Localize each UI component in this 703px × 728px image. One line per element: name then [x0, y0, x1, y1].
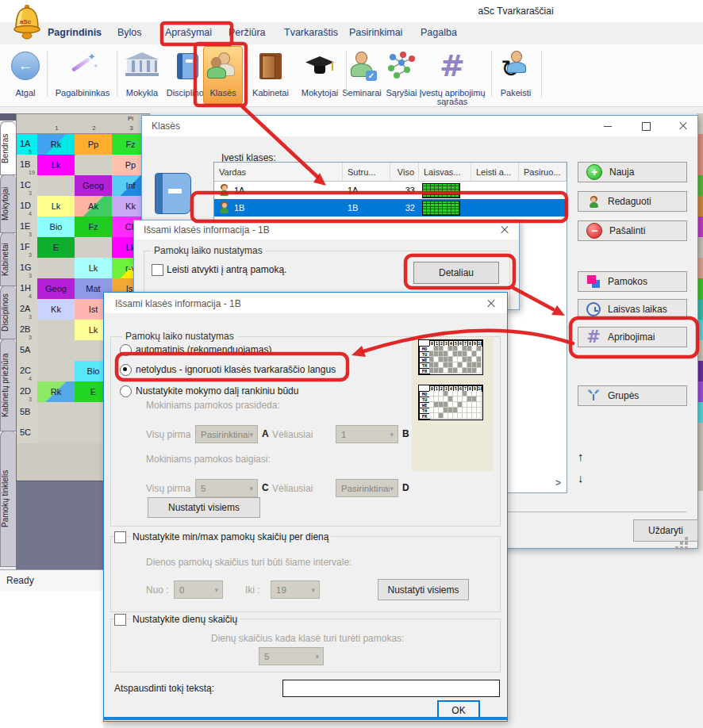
timetable-cell[interactable] — [75, 237, 113, 259]
timetable-cell[interactable] — [37, 423, 75, 444]
lesson-count: 19 — [29, 170, 35, 175]
timetable-cell-1D-2[interactable]: Ak — [75, 196, 113, 217]
timetable-cell-2D-1[interactable]: Rk — [37, 381, 75, 403]
radio-netolydus[interactable] — [120, 364, 132, 376]
side-tab-bendras[interactable]: Bendras — [0, 121, 16, 175]
menu-item-tvarkarastis[interactable]: Tvarkaraštis — [284, 27, 338, 38]
side-tab-disciplinos[interactable]: Disciplinos — [0, 285, 16, 339]
radio-rankinis[interactable] — [120, 385, 132, 397]
timetable-cell-1D-1[interactable]: Lk — [37, 196, 75, 217]
lesson-count: 4 — [29, 211, 32, 216]
class-row-header[interactable]: 1E3 — [16, 216, 39, 238]
move-down-icon[interactable]: ↓ — [578, 471, 584, 485]
table-header-4[interactable]: Leisti a... — [471, 163, 519, 182]
class-row-header[interactable]: 1A5 — [16, 134, 39, 155]
menu-item-pagalba[interactable]: Pagalba — [421, 27, 457, 38]
move-up-icon[interactable]: ↑ — [578, 450, 584, 463]
class-row-header[interactable]: 1C3 — [16, 175, 39, 197]
radio-label-netolydus: netolydus - ignoruoti klasės tvarkarašči… — [136, 364, 336, 375]
side-tab-kabinetai[interactable]: Kabinetai — [0, 232, 16, 286]
class-row-header[interactable]: 1F3 — [16, 237, 39, 259]
toolbar-button-pagalbininkas[interactable]: ✦✦Pagalbininkas — [49, 46, 116, 105]
class-row-header[interactable]: 1B19 — [16, 155, 39, 176]
close-icon[interactable] — [675, 119, 693, 133]
grupes-button[interactable]: Grupės — [578, 385, 687, 406]
close-icon[interactable] — [483, 297, 501, 311]
class-row-header[interactable]: 2B3 — [16, 320, 39, 341]
timetable-cell[interactable] — [75, 155, 113, 176]
table-header-0[interactable]: Vardas — [214, 163, 343, 182]
radio-automatinis[interactable] — [120, 344, 132, 356]
timetable-cell-1E-2[interactable]: Fz — [75, 216, 113, 238]
class-row-header[interactable]: 2A3 — [16, 299, 39, 320]
timetable-cell[interactable] — [37, 175, 75, 197]
menu-item-pasirinkimai[interactable]: Pasirinkimai — [349, 27, 402, 38]
class-row-header[interactable]: 1G3 — [16, 258, 39, 279]
table-header-2[interactable]: Viso — [390, 163, 419, 182]
menu-item-pagrindinis[interactable]: Pagrindinis — [48, 27, 102, 38]
timetable-cell[interactable] — [37, 402, 75, 423]
days-count-checkbox[interactable] — [114, 614, 126, 626]
close-icon[interactable] — [497, 223, 514, 237]
toolbar-button-klases[interactable]: Klasės — [200, 46, 246, 105]
class-row-header[interactable]: 1D4 — [16, 196, 39, 217]
toolbar-button-atgal[interactable]: ←Atgal — [5, 46, 46, 105]
timetable-cell-1A-2[interactable]: Pp — [75, 134, 113, 155]
class-row-header[interactable]: 1H4 — [16, 278, 39, 300]
table-header-3[interactable]: Laisvas... — [419, 163, 471, 182]
side-tab-kabinetu-prieziura[interactable]: Kabinetų priežiūra — [0, 339, 16, 431]
menu-item-aprasymai[interactable]: Aprašymai — [165, 27, 212, 38]
print-text-input[interactable] — [282, 680, 500, 697]
from-label: Nuo : — [146, 584, 169, 596]
toolbar-button-ivestu-apribojimu-sarasas[interactable]: #Įvestų apribojimų sąrašas — [414, 46, 490, 105]
toolbar-button-mokytojai[interactable]: Mokytojai — [295, 46, 344, 105]
timetable-cell[interactable] — [37, 320, 75, 341]
side-tab-pamoku-tinklelis[interactable]: Pamokų tinklelis — [0, 431, 16, 567]
class-row-header[interactable]: 5B — [16, 402, 39, 423]
time-preview-grid: 012345678910MOTUWETHFR — [418, 385, 483, 420]
class-row-header[interactable]: 5A — [16, 340, 39, 362]
apribojimai-button[interactable]: #Apribojimai — [578, 327, 687, 347]
timetable-cell-1B-1[interactable]: Lk — [37, 155, 75, 176]
timetable-cell-1G-2[interactable]: Lk — [75, 258, 113, 279]
timetable-cell-1C-2[interactable]: Geog — [75, 175, 113, 197]
chevron-down-icon: ▾ — [214, 586, 222, 594]
minimize-button[interactable] — [599, 119, 617, 133]
class-row-header[interactable]: 5C — [16, 423, 39, 444]
timetable-cell[interactable] — [37, 361, 75, 382]
pasalinti-button[interactable]: −Pašalinti — [578, 220, 687, 241]
menu-item-bylos[interactable]: Bylos — [117, 27, 142, 38]
detaliau-button[interactable]: Detaliau — [413, 262, 499, 284]
timetable-cell-1E-1[interactable]: Bio — [37, 216, 75, 238]
more-icon[interactable]: > — [555, 477, 561, 489]
timetable-cell[interactable] — [37, 258, 75, 279]
nauja-button[interactable]: +Nauja — [578, 162, 687, 182]
timetable-cell-1H-1[interactable]: Geog — [37, 278, 75, 300]
laisvas-laikas-button[interactable]: Laisvas laikas — [578, 299, 687, 320]
table-header-5[interactable]: Pasiruo... — [519, 163, 567, 182]
class-table-row[interactable]: 1A1A33 — [214, 182, 567, 199]
timetable-cell[interactable] — [37, 340, 75, 362]
allow-second-lesson-checkbox[interactable] — [152, 264, 163, 276]
redaguoti-button[interactable]: Redaguoti — [578, 191, 687, 212]
timetable-cell-2A-1[interactable]: Kk — [37, 299, 75, 320]
pamokos-button[interactable]: Pamokos — [578, 271, 687, 292]
class-row-header[interactable]: 2C4 — [16, 361, 39, 382]
toolbar-button-kabinetai[interactable]: Kabinetai — [248, 46, 294, 105]
resize-grip[interactable] — [685, 537, 688, 540]
side-tab-mokytojai[interactable]: Mokytojai — [0, 174, 16, 233]
toolbar-label: Pagalbininkas — [49, 89, 116, 98]
minmax-checkbox[interactable] — [114, 531, 126, 543]
table-header-1[interactable]: Sutru... — [343, 163, 390, 182]
menu-item-perziura[interactable]: Peržiūra — [229, 27, 266, 38]
class-table-row[interactable]: 1B1B32 — [214, 199, 567, 216]
apply-all-button-2[interactable]: Nustatyti visiems — [378, 579, 469, 600]
maximize-button[interactable] — [637, 119, 655, 133]
apply-all-button-1[interactable]: Nustatyti visiems — [148, 497, 260, 518]
class-row-header[interactable]: 2D3 — [16, 381, 39, 403]
timetable-cell-1A-1[interactable]: Rk — [37, 134, 75, 155]
toolbar-button-pakeisti[interactable]: ↻Pakeisti — [494, 46, 538, 105]
timetable-cell-1F-1[interactable]: E — [37, 237, 75, 259]
toolbar-button-mokykla[interactable]: Mokykla — [119, 46, 165, 105]
uzdaryti-button[interactable]: Uždaryti — [633, 519, 698, 542]
